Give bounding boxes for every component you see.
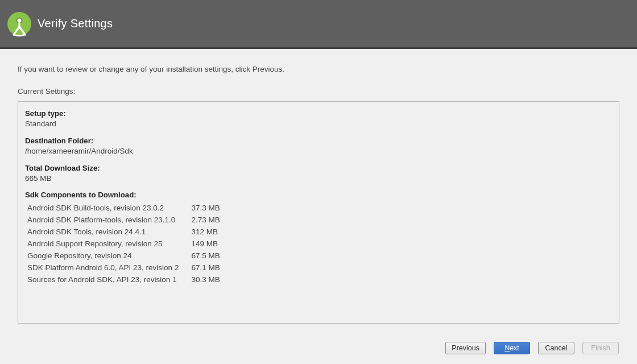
- settings-box: Setup type: Standard Destination Folder:…: [18, 101, 619, 324]
- next-button[interactable]: Next: [494, 342, 530, 354]
- setup-type-block: Setup type: Standard: [25, 109, 612, 129]
- component-row: Android Support Repository, revision 251…: [25, 238, 222, 250]
- current-settings-label: Current Settings:: [18, 87, 619, 96]
- component-row: Android SDK Tools, revision 24.4.1312 MB: [25, 226, 222, 238]
- component-size: 149 MB: [189, 238, 222, 250]
- destination-folder-value: /home/xameeramir/Android/Sdk: [25, 146, 612, 156]
- next-button-rest: ext: [510, 344, 519, 352]
- component-row: Sources for Android SDK, API 23, revisio…: [25, 274, 222, 286]
- footer-buttons: Previous Next Cancel Finish: [0, 340, 637, 364]
- finish-button: Finish: [582, 342, 619, 354]
- component-name: Sources for Android SDK, API 23, revisio…: [25, 274, 189, 286]
- components-label: Sdk Components to Download:: [25, 191, 612, 199]
- android-studio-logo: [6, 10, 33, 38]
- download-size-value: 665 MB: [25, 173, 612, 184]
- component-size: 312 MB: [189, 226, 222, 238]
- component-size: 30.3 MB: [189, 274, 222, 286]
- component-name: Android Support Repository, revision 25: [25, 238, 189, 250]
- component-name: Android SDK Tools, revision 24.4.1: [25, 226, 189, 238]
- component-name: SDK Platform Android 6.0, API 23, revisi…: [25, 262, 189, 274]
- component-row: SDK Platform Android 6.0, API 23, revisi…: [25, 262, 222, 274]
- component-name: Google Repository, revision 24: [25, 250, 189, 262]
- component-size: 37.3 MB: [189, 202, 222, 214]
- download-size-block: Total Download Size: 665 MB: [25, 163, 612, 184]
- cancel-button[interactable]: Cancel: [538, 342, 574, 354]
- intro-text: If you want to review or change any of y…: [18, 65, 619, 73]
- component-row: Android SDK Platform-tools, revision 23.…: [25, 214, 222, 226]
- component-size: 2.73 MB: [189, 214, 222, 226]
- component-size: 67.5 MB: [189, 250, 222, 262]
- next-button-mnemonic: N: [504, 344, 510, 352]
- header-bar: Verify Settings: [0, 0, 637, 49]
- download-size-label: Total Download Size:: [25, 163, 612, 173]
- destination-folder-block: Destination Folder: /home/xameeramir/And…: [25, 136, 612, 156]
- component-name: Android SDK Build-tools, revision 23.0.2: [25, 202, 189, 214]
- previous-button[interactable]: Previous: [445, 342, 486, 354]
- content-area: If you want to review or change any of y…: [0, 49, 637, 324]
- component-name: Android SDK Platform-tools, revision 23.…: [25, 214, 189, 226]
- setup-type-value: Standard: [25, 119, 612, 129]
- destination-folder-label: Destination Folder:: [25, 136, 612, 146]
- component-size: 67.1 MB: [189, 262, 222, 274]
- component-row: Android SDK Build-tools, revision 23.0.2…: [25, 202, 222, 214]
- components-table: Android SDK Build-tools, revision 23.0.2…: [25, 202, 222, 286]
- component-row: Google Repository, revision 2467.5 MB: [25, 250, 222, 262]
- setup-type-label: Setup type:: [25, 109, 612, 119]
- page-title: Verify Settings: [38, 17, 113, 30]
